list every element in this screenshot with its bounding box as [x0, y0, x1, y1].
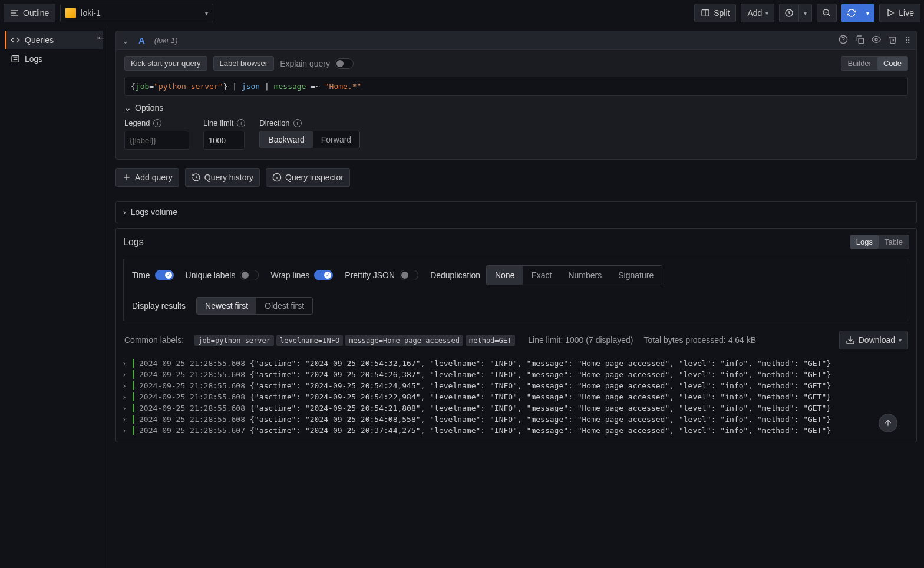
eye-icon[interactable] [872, 35, 881, 46]
linelimit-input[interactable] [203, 131, 245, 150]
info-icon [272, 173, 282, 182]
datasource-select[interactable]: loki-1 ▾ [60, 4, 213, 22]
split-label: Split [714, 8, 730, 18]
dedup-none[interactable]: None [487, 266, 523, 285]
expand-row-icon[interactable]: › [122, 404, 128, 412]
tok-message: message [274, 82, 306, 91]
add-label: Add [747, 8, 762, 18]
label-browser-button[interactable]: Label browser [213, 56, 275, 71]
unique-toggle[interactable] [240, 270, 259, 280]
log-timestamp: 2024-09-25 21:28:55.607 [139, 426, 245, 435]
editor-mode-switch[interactable]: Builder Code [841, 56, 908, 71]
code-icon [11, 35, 20, 45]
query-history-button[interactable]: Query history [185, 168, 260, 187]
scroll-to-top-button[interactable] [879, 414, 897, 432]
expand-row-icon[interactable]: › [122, 370, 128, 379]
log-row[interactable]: ›2024-09-25 21:28:55.608{"asctime": "202… [122, 402, 910, 414]
collapse-sidebar-icon[interactable]: ⇤ [97, 33, 104, 42]
refresh-icon [847, 8, 856, 18]
log-message: {"asctime": "2024-09-25 20:54:32,167", "… [250, 359, 910, 368]
dedup-exact[interactable]: Exact [523, 266, 560, 285]
kickstart-button[interactable]: Kick start your query [124, 56, 207, 71]
logs-panel: Logs Logs Table Time Unique labels Wrap … [116, 228, 917, 442]
add-query-label: Add query [135, 173, 173, 182]
legend-label: Legend [124, 118, 150, 127]
builder-tab[interactable]: Builder [842, 57, 877, 70]
chevron-down-icon: ▾ [765, 10, 768, 16]
dedup-signature[interactable]: Signature [610, 266, 662, 285]
log-row[interactable]: ›2024-09-25 21:28:55.608{"asctime": "202… [122, 358, 910, 369]
drag-handle-icon[interactable]: ⠿ [905, 36, 910, 45]
logs-view-switch[interactable]: Logs Table [850, 235, 909, 249]
add-query-button[interactable]: Add query [116, 168, 179, 187]
options-toggle[interactable]: ⌄ Options [124, 103, 908, 113]
info-icon[interactable]: i [153, 119, 161, 127]
download-icon [846, 335, 855, 345]
common-label-chip: message=Home page accessed [345, 335, 463, 346]
sidebar: ⇤ Queries Logs [0, 26, 108, 568]
logs-tab[interactable]: Logs [850, 235, 879, 249]
log-timestamp: 2024-09-25 21:28:55.608 [139, 415, 245, 424]
sidebar-item-queries[interactable]: Queries [5, 31, 103, 49]
explain-query-label: Explain query [280, 59, 330, 68]
time-range-button[interactable] [779, 4, 798, 22]
query-inspector-button[interactable]: Query inspector [266, 168, 350, 187]
log-row[interactable]: ›2024-09-25 21:28:55.608{"asctime": "202… [122, 414, 910, 425]
oldest-first[interactable]: Oldest first [256, 298, 312, 314]
zoom-out-button[interactable] [817, 4, 837, 22]
log-row[interactable]: ›2024-09-25 21:28:55.608{"asctime": "202… [122, 380, 910, 391]
chevron-down-icon: ▾ [899, 337, 902, 344]
expand-row-icon[interactable]: › [122, 392, 128, 401]
display-order-switch[interactable]: Newest first Oldest first [196, 297, 313, 315]
query-code-input[interactable]: {job="python-server"} | json | message =… [124, 77, 908, 96]
copy-icon[interactable] [855, 35, 864, 46]
sidebar-item-logs[interactable]: Logs [5, 49, 103, 68]
trash-icon[interactable] [888, 35, 897, 46]
outline-button[interactable]: Outline [4, 4, 55, 22]
direction-switch[interactable]: Backward Forward [259, 131, 360, 148]
sidebar-item-label: Logs [25, 54, 42, 64]
explain-query-toggle[interactable] [335, 58, 354, 69]
info-icon[interactable]: i [237, 119, 245, 127]
newest-first[interactable]: Newest first [197, 298, 256, 314]
expand-row-icon[interactable]: › [122, 426, 128, 435]
query-letter[interactable]: A [135, 35, 148, 45]
wrap-toggle[interactable] [314, 270, 333, 280]
tok-job-val: "python-server" [154, 82, 223, 91]
level-bar [133, 381, 134, 390]
dedup-numbers[interactable]: Numbers [560, 266, 610, 285]
time-range-menu-button[interactable]: ▾ [798, 4, 812, 22]
log-list[interactable]: ›2024-09-25 21:28:55.608{"asctime": "202… [116, 355, 916, 442]
code-tab[interactable]: Code [877, 57, 908, 70]
expand-row-icon[interactable]: › [122, 415, 128, 424]
direction-forward[interactable]: Forward [313, 131, 359, 148]
split-button[interactable]: Split [694, 4, 736, 22]
chevron-down-icon: ▾ [205, 10, 208, 16]
dedup-switch[interactable]: None Exact Numbers Signature [486, 265, 662, 285]
table-tab[interactable]: Table [879, 235, 909, 249]
log-timestamp: 2024-09-25 21:28:55.608 [139, 381, 245, 390]
expand-row-icon[interactable]: › [122, 359, 128, 368]
log-row[interactable]: ›2024-09-25 21:28:55.607{"asctime": "202… [122, 425, 910, 436]
add-button[interactable]: Add ▾ [741, 4, 774, 22]
log-timestamp: 2024-09-25 21:28:55.608 [139, 404, 245, 412]
download-button[interactable]: Download ▾ [839, 331, 908, 349]
history-icon [192, 173, 201, 182]
legend-input[interactable] [124, 131, 189, 150]
logs-volume-section[interactable]: › Logs volume [116, 201, 917, 223]
log-row[interactable]: ›2024-09-25 21:28:55.608{"asctime": "202… [122, 391, 910, 402]
help-icon[interactable] [839, 35, 848, 46]
run-query-button[interactable] [842, 4, 861, 22]
pretty-toggle[interactable] [400, 270, 418, 280]
time-toggle[interactable] [155, 270, 174, 280]
download-label: Download [859, 335, 895, 345]
log-message: {"asctime": "2024-09-25 20:54:24,945", "… [250, 381, 910, 390]
live-button[interactable]: Live [879, 4, 920, 22]
info-icon[interactable]: i [293, 119, 302, 127]
common-label-chip: method=GET [466, 335, 515, 346]
expand-row-icon[interactable]: › [122, 381, 128, 390]
log-row[interactable]: ›2024-09-25 21:28:55.608{"asctime": "202… [122, 369, 910, 380]
run-query-menu-button[interactable]: ▾ [861, 4, 874, 22]
direction-backward[interactable]: Backward [260, 131, 312, 148]
collapse-query-icon[interactable]: ⌄ [122, 36, 129, 45]
